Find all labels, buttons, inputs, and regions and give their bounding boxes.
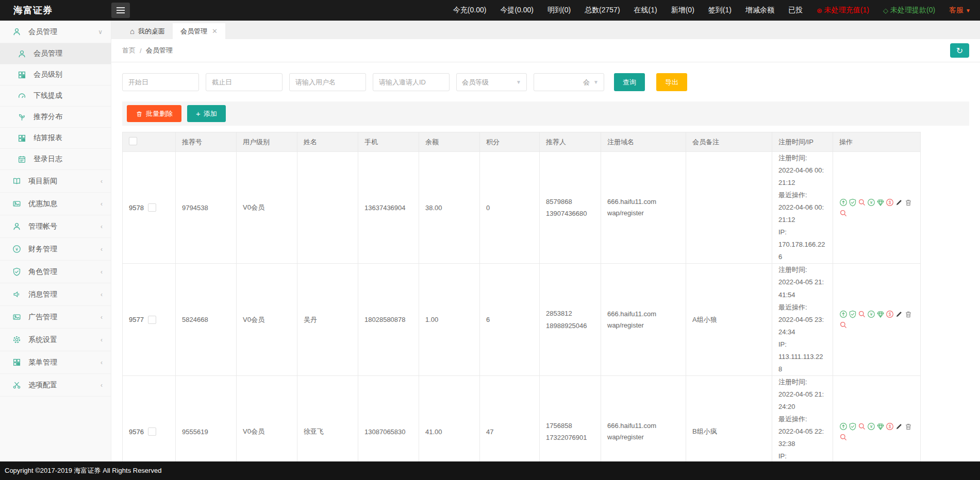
- tab-my-desktop[interactable]: ⌂ 我的桌面: [122, 23, 173, 39]
- add-button[interactable]: + 添加: [187, 105, 226, 122]
- cell-referral-no: 9794538: [176, 152, 237, 264]
- top-bar: 海富证券 今充(0.00) 今提(0.00) 明到(0) 总数(2757) 在线…: [0, 0, 980, 21]
- sidebar-item-menu-management[interactable]: 菜单管理 ‹: [0, 351, 111, 374]
- sidebar-group-member-management[interactable]: 会员管理 ∨: [0, 21, 111, 43]
- sidebar-item-referral-distribution[interactable]: 推荐分布: [0, 107, 111, 128]
- edit-icon[interactable]: [895, 310, 903, 318]
- stat-today-recharge[interactable]: 今充(0.00): [453, 6, 487, 15]
- username-input[interactable]: [289, 73, 366, 91]
- sidebar-item-member-level[interactable]: 会员级别: [0, 64, 111, 85]
- inspect-search-icon[interactable]: [858, 422, 866, 431]
- customer-service-menu[interactable]: 客服▼: [949, 6, 971, 15]
- edit-icon[interactable]: [895, 422, 903, 431]
- sidebar-item-settlement-report[interactable]: 结算报表: [0, 128, 111, 149]
- cell-reg-domain: 666.haifu11.comwap/register: [601, 152, 686, 264]
- sidebar-item-system-settings[interactable]: 系统设置 ‹: [0, 329, 111, 351]
- balance-yen-icon[interactable]: [867, 198, 875, 207]
- trash-icon: [136, 110, 143, 117]
- sidebar-item-message-management[interactable]: 消息管理 ‹: [0, 283, 111, 306]
- stat-total-members[interactable]: 总数(2757): [585, 6, 620, 15]
- row-checkbox[interactable]: [148, 427, 156, 436]
- audit-search-icon[interactable]: [839, 433, 848, 441]
- inviter-id-input[interactable]: [373, 73, 450, 91]
- breadcrumb-current: 会员管理: [146, 46, 173, 55]
- member-level-select[interactable]: 会员等级 ▼: [456, 73, 527, 91]
- stat-adjust-balance[interactable]: 增减余额: [745, 6, 774, 15]
- grid-icon: [18, 134, 26, 143]
- book-icon: [12, 177, 21, 185]
- stat-new[interactable]: 新增(0): [671, 6, 694, 15]
- select-all-checkbox[interactable]: [129, 137, 137, 145]
- sidebar-item-member-management[interactable]: 会员管理: [0, 43, 111, 64]
- stat-pending-withdraw[interactable]: ◇未处理提款(0): [883, 6, 935, 15]
- stat-today-withdraw[interactable]: 今提(0.00): [500, 6, 534, 15]
- shield-check-icon: [12, 267, 21, 276]
- stat-signin[interactable]: 签到(1): [708, 6, 732, 15]
- delete-icon[interactable]: [904, 310, 912, 318]
- header-stats: 今充(0.00) 今提(0.00) 明到(0) 总数(2757) 在线(1) 新…: [453, 6, 980, 15]
- verify-shield-icon[interactable]: [849, 422, 857, 431]
- delete-icon[interactable]: [904, 198, 912, 207]
- breadcrumb: 首页 / 会员管理 ↻: [111, 39, 980, 62]
- row-checkbox[interactable]: [148, 316, 156, 324]
- close-icon[interactable]: ✕: [212, 27, 218, 35]
- col-actions: 操作: [833, 132, 921, 152]
- vip-gem-icon[interactable]: [876, 198, 885, 207]
- cell-actions: [833, 264, 921, 375]
- end-date-input[interactable]: [206, 73, 283, 91]
- start-date-input[interactable]: [122, 73, 199, 91]
- stat-due-tomorrow[interactable]: 明到(0): [547, 6, 571, 15]
- sidebar-toggle-button[interactable]: [111, 3, 130, 18]
- inspect-search-icon[interactable]: [858, 198, 866, 207]
- balance-yen-icon[interactable]: [867, 310, 875, 318]
- batch-delete-button[interactable]: 批量删除: [127, 105, 181, 122]
- member-status-select[interactable]: 会 ▼: [534, 73, 604, 91]
- stat-invested[interactable]: 已投: [788, 6, 803, 15]
- sidebar-item-option-config[interactable]: 选项配置 ‹: [0, 374, 111, 397]
- sidebar-item-promo-interest[interactable]: 优惠加息 ‹: [0, 193, 111, 215]
- cell-member-remark: [686, 152, 772, 264]
- adjust-dollar-icon[interactable]: [886, 422, 894, 431]
- vip-gem-icon[interactable]: [876, 310, 885, 318]
- cell-points: 6: [480, 264, 540, 375]
- tab-member-management[interactable]: 会员管理 ✕: [173, 23, 225, 39]
- gem-icon: ◇: [883, 7, 888, 14]
- sidebar-item-role-management[interactable]: 角色管理 ‹: [0, 261, 111, 283]
- verify-shield-icon[interactable]: [849, 310, 857, 318]
- adjust-dollar-icon[interactable]: [886, 198, 894, 207]
- upgrade-icon[interactable]: [839, 310, 848, 318]
- cell-phone: 18028580878: [358, 264, 419, 375]
- delete-icon[interactable]: [904, 422, 912, 431]
- inspect-search-icon[interactable]: [858, 310, 866, 318]
- sidebar-item-project-news[interactable]: 项目新闻 ‹: [0, 170, 111, 193]
- breadcrumb-home[interactable]: 首页: [122, 46, 136, 55]
- sidebar-item-downline-commission[interactable]: 下线提成: [0, 85, 111, 107]
- calendar-icon: [18, 155, 26, 164]
- chevron-left-icon: ‹: [101, 314, 103, 321]
- sidebar-nav: 会员管理 ∨ 会员管理 会员级别 下线提成 推荐分布 结算报表 登录日志 项目新…: [0, 21, 111, 461]
- stat-online[interactable]: 在线(1): [634, 6, 657, 15]
- sidebar-item-login-log[interactable]: 登录日志: [0, 149, 111, 170]
- audit-search-icon[interactable]: [839, 321, 848, 329]
- cell-reg-time-ip: 注册时间:2022-04-06 00:21:12 最近操作:2022-04-06…: [772, 152, 833, 264]
- verify-shield-icon[interactable]: [849, 198, 857, 207]
- stat-pending-recharge[interactable]: ⊛未处理充值(1): [817, 6, 869, 15]
- table-toolbar: 批量删除 + 添加: [122, 101, 969, 126]
- vip-gem-icon[interactable]: [876, 422, 885, 431]
- refresh-button[interactable]: ↻: [950, 43, 969, 58]
- search-button[interactable]: 查询: [614, 73, 645, 91]
- upgrade-icon[interactable]: [839, 198, 848, 207]
- row-checkbox[interactable]: [148, 203, 156, 212]
- balance-yen-icon[interactable]: [867, 422, 875, 431]
- sidebar-item-finance-management[interactable]: 财务管理 ‹: [0, 238, 111, 261]
- speaker-icon: [12, 290, 21, 299]
- cell-points: 47: [480, 375, 540, 461]
- sidebar-item-ad-management[interactable]: 广告管理 ‹: [0, 306, 111, 329]
- edit-icon[interactable]: [895, 198, 903, 207]
- audit-search-icon[interactable]: [839, 209, 848, 217]
- cell-phone: 13637436904: [358, 152, 419, 264]
- adjust-dollar-icon[interactable]: [886, 310, 894, 318]
- upgrade-icon[interactable]: [839, 422, 848, 431]
- sidebar-item-admin-accounts[interactable]: 管理帐号 ‹: [0, 215, 111, 238]
- export-button[interactable]: 导出: [656, 73, 687, 91]
